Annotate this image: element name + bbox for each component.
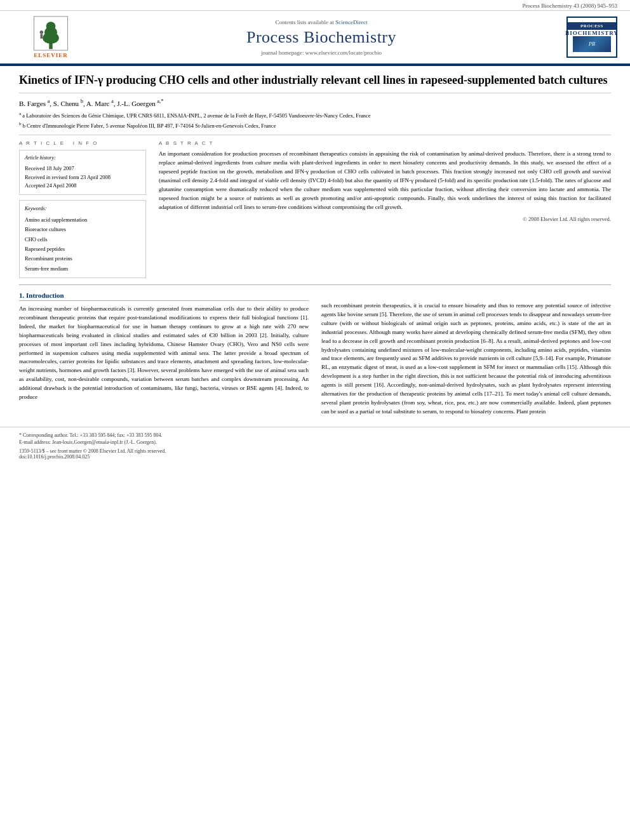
issn-text: 1359-5113/$ – see front matter © 2008 El… [19,448,166,454]
journal-logo-box: PROCESS BIOCHEMISTRY PB [566,17,617,58]
logo-biochemistry: BIOCHEMISTRY [565,30,619,36]
article-info-label: A R T I C L E I N F O [19,140,146,146]
body-left-column: 1. Introduction An increasing number of … [19,291,309,420]
homepage-text: journal homepage: www.elsevier.com/locat… [261,50,382,56]
issn-line: 1359-5113/$ – see front matter © 2008 El… [19,448,611,454]
body-columns: 1. Introduction An increasing number of … [19,291,611,420]
sciencedirect-link[interactable]: Contents lists available at ScienceDirec… [89,19,554,25]
keyword-5: Recombinant proteins [25,254,140,263]
affiliation-a: a a Laboratoire des Sciences du Génie Ch… [19,110,611,120]
abstract-copyright: © 2008 Elsevier Ltd. All rights reserved… [159,216,611,222]
keyword-4: Rapeseed peptides [25,244,140,254]
abstract-text: An important consideration for productio… [159,150,611,212]
author-jl-goergen: J.-L. Goergen [117,100,156,107]
article-title: Kinetics of IFN-γ producing CHO cells an… [19,72,611,93]
affiliation-b-text: b Centre d'Immunologie Pierre Fabre, 5 a… [23,122,276,128]
article-history-label: Article history: [25,154,140,163]
keyword-2: Bioreactor cultures [25,225,140,234]
keywords-box: Keywords: Amino acid supplementation Bio… [19,200,146,278]
affiliations: a a Laboratoire des Sciences du Génie Ch… [19,110,611,130]
logo-image-area: PB [573,36,611,52]
affil-a-star: a,* [158,98,164,104]
article-info-abstract: A R T I C L E I N F O Article history: R… [19,135,611,278]
article-info-box: Article history: Received 18 July 2007 R… [19,150,146,195]
sciencedirect-name[interactable]: ScienceDirect [335,19,367,25]
journal-header-center: Contents lists available at ScienceDirec… [89,19,554,56]
footnote-email: E-mail address: Jean-louis.Goergen@ensai… [19,439,611,445]
svg-point-4 [40,30,44,34]
right-column: A B S T R A C T An important considerati… [159,140,611,278]
intro-left-text: An increasing number of biopharmaceutica… [19,305,309,402]
intro-section-title: 1. Introduction [19,291,309,301]
footnote-star: * Corresponding author. Tel.: +33 383 59… [19,432,611,438]
elsevier-tree-icon [32,16,70,51]
author-s-chenu: S. Chenu [53,100,79,107]
keyword-6: Serum-free medium [25,264,140,274]
keyword-3: CHO cells [25,235,140,244]
received-date: Received 18 July 2007 [25,164,140,173]
abstract-label: A B S T R A C T [159,140,611,146]
author-b-farges: B. Farges [19,100,46,107]
journal-homepage: journal homepage: www.elsevier.com/locat… [89,50,554,56]
doi-line: doi:10.1016/j.procbio.2008.04.025 [19,454,611,460]
journal-header: ELSEVIER Contents lists available at Sci… [0,11,630,65]
article-footer: * Corresponding author. Tel.: +33 383 59… [0,427,630,466]
svg-point-3 [46,22,56,31]
revised-date: Received in revised form 23 April 2008 [25,173,140,182]
svg-rect-5 [41,34,43,38]
intro-right-text: such recombinant protein therapeutics, i… [321,302,611,417]
keyword-1: Amino acid supplementation [25,215,140,225]
section-divider [19,284,611,285]
article-content: Kinetics of IFN-γ producing CHO cells an… [0,66,630,427]
elsevier-label: ELSEVIER [34,52,68,58]
logo-top-text: PROCESS [568,22,616,30]
author-a-marc: A. Marc [86,100,110,107]
affil-b: b [81,98,83,104]
affil-a: a [48,98,50,104]
affiliation-b: b b Centre d'Immunologie Pierre Fabre, 5… [19,121,611,130]
affil-a2: a [111,98,114,104]
journal-reference: Process Biochemistry 43 (2008) 945–953 [0,0,630,11]
body-right-column: such recombinant protein therapeutics, i… [321,291,611,420]
journal-logo-area: PROCESS BIOCHEMISTRY PB [554,17,617,58]
elsevier-logo-area: ELSEVIER [13,16,89,58]
sciencedirect-text: Contents lists available at [276,19,334,25]
keywords-label: Keywords: [25,204,140,213]
journal-ref-text: Process Biochemistry 43 (2008) 945–953 [523,3,617,9]
authors-line: B. Farges a, S. Chenu b, A. Marc a, J.-L… [19,98,611,107]
left-column: A R T I C L E I N F O Article history: R… [19,140,146,278]
journal-title: Process Biochemistry [89,28,554,47]
affiliation-a-text: a Laboratoire des Sciences du Génie Chim… [22,112,370,119]
accepted-date: Accepted 24 April 2008 [25,182,140,190]
elsevier-logo: ELSEVIER [13,16,89,58]
